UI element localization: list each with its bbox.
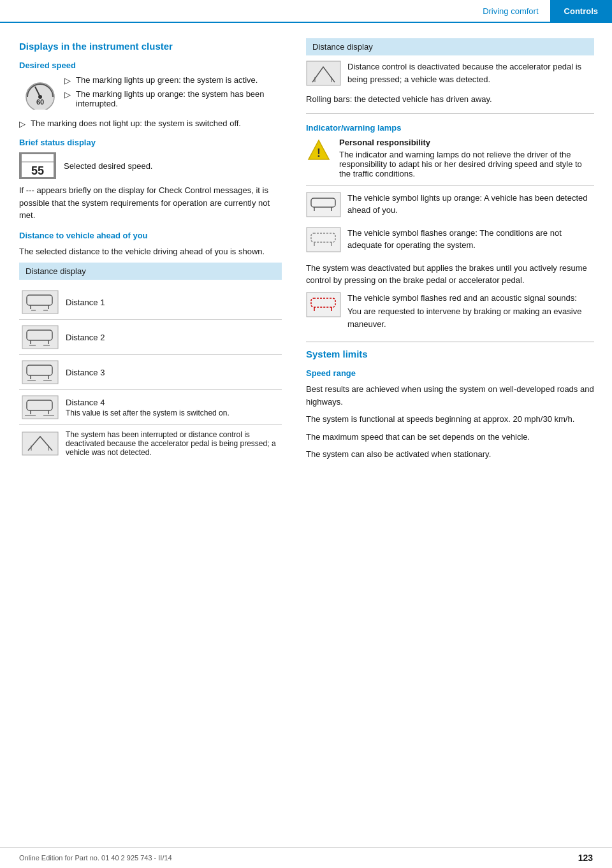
indicator-text-4: The vehicle symbol flashes red and an ac…: [347, 292, 594, 305]
distance-display-label: Distance display: [26, 266, 86, 276]
speed-range-text1: Best results are achieved when using the…: [306, 383, 594, 408]
indicator-row-3: The vehicle symbol flashes red and an ac…: [306, 292, 594, 336]
left-column: Displays in the instrument cluster Desir…: [0, 38, 300, 466]
distance-vehicle-title: Distance to vehicle ahead of you: [19, 231, 282, 240]
indicator-icon-2: [306, 227, 347, 254]
distance-row-4: Distance 4 This value is set after the s…: [19, 390, 282, 425]
desired-speed-title: Desired speed: [19, 61, 282, 70]
desired-speed-bullet1: ▷ The marking lights up green: the syste…: [64, 75, 282, 85]
warning-triangle-icon: !: [306, 138, 334, 165]
indicator-text-1: The vehicle symbol lights up orange: A v…: [347, 192, 594, 217]
distance-vehicle-desc: The selected distance to the vehicle dri…: [19, 245, 282, 258]
speed-display-box: 55 Selected desired speed.: [19, 152, 282, 179]
bullet-arrow-2: ▷: [64, 90, 71, 99]
distance-icon-2: [19, 325, 61, 349]
distance-1-label: Distance 1: [61, 298, 282, 307]
header-controls: Controls: [550, 0, 612, 22]
distance-display-label-box: Distance display: [19, 263, 282, 280]
brief-note: If --- appears briefly on the display fo…: [19, 184, 282, 222]
indicator-text-2: The vehicle symbol flashes orange: The c…: [347, 227, 594, 252]
bullet-arrow-3: ▷: [19, 119, 26, 129]
speedometer-icon: 60: [19, 75, 61, 110]
footer-text: Online Edition for Part no. 01 40 2 925 …: [19, 854, 172, 862]
right-distance-text-block: Distance control is deactivated because …: [347, 61, 594, 88]
right-distance-display-box: Distance display: [306, 38, 594, 55]
right-distance-icon-row: Distance control is deactivated because …: [306, 61, 594, 88]
warning-box: ! Personal responsibility The indicator …: [306, 138, 594, 178]
distance-4-sub: This value is set after the system is sw…: [66, 409, 282, 417]
speed-range-title: Speed range: [306, 368, 594, 378]
distance-row-3: Distance 3: [19, 355, 282, 390]
header-driving-comfort: Driving comfort: [471, 0, 550, 22]
distance-icon-5: [19, 431, 61, 456]
svg-rect-34: [307, 61, 340, 85]
speed-range-text2: The system is functional at speeds begin…: [306, 413, 594, 426]
indicator-text-3: The system was deactivated but applies t…: [306, 262, 594, 287]
divider-1: [306, 113, 594, 114]
distance-5-label: The system has been interrupted or dista…: [61, 430, 282, 457]
right-distance-icon: [306, 61, 347, 88]
speed-range-text3: The maximum speed that can be set depend…: [306, 431, 594, 444]
footer-page: 123: [578, 853, 593, 863]
svg-text:!: !: [317, 147, 321, 159]
indicator-row-2: The vehicle symbol flashes orange: The c…: [306, 227, 594, 257]
page-header: Driving comfort Controls: [0, 0, 612, 23]
warning-title: Personal responsibility: [339, 138, 594, 147]
svg-rect-31: [22, 432, 58, 455]
brief-status-title: Brief status display: [19, 138, 282, 147]
right-distance-text2: Rolling bars: the detected vehicle has d…: [306, 93, 594, 106]
divider-2: [306, 185, 594, 185]
distance-4-text: Distance 4 This value is set after the s…: [61, 398, 282, 417]
main-content: Displays in the instrument cluster Desir…: [0, 23, 612, 466]
indicator-text-5: You are requested to intervene by brakin…: [347, 305, 594, 330]
distance-icon-3: [19, 360, 61, 384]
distance-row-2: Distance 2: [19, 320, 282, 355]
divider-3: [306, 342, 594, 342]
page-footer: Online Edition for Part no. 01 40 2 925 …: [0, 847, 612, 868]
brief-status-desc: Selected desired speed.: [64, 161, 152, 171]
distance-3-label: Distance 3: [61, 368, 282, 377]
distance-4-label: Distance 4: [66, 398, 282, 407]
svg-text:55: 55: [31, 164, 44, 177]
desired-speed-bullet3: ▷ The marking does not light up: the sys…: [19, 119, 282, 129]
distance-row-5: The system has been interrupted or dista…: [19, 425, 282, 462]
right-distance-label: Distance display: [312, 42, 373, 52]
right-distance-text1: Distance control is deactivated because …: [347, 61, 594, 85]
speed-range-text4: The system can also be activated when st…: [306, 448, 594, 461]
desired-speed-bullet2: ▷ The marking lights up orange: the syst…: [64, 89, 282, 108]
speed-indicator: 55: [19, 152, 56, 179]
right-column: Distance display Distance control is dea…: [300, 38, 612, 466]
warning-text-block: Personal responsibility The indicator an…: [339, 138, 594, 178]
distance-icon-4: [19, 395, 61, 419]
indicator-warning-title: Indicator/warning lamps: [306, 123, 594, 133]
distance-icon-1: [19, 290, 61, 314]
warning-text: The indicator and warning lamps do not r…: [339, 150, 582, 178]
svg-text:60: 60: [36, 98, 43, 106]
section-title: Displays in the instrument cluster: [19, 41, 282, 52]
distance-table: Distance 1 Distance 2: [19, 285, 282, 462]
bullet-arrow-1: ▷: [64, 76, 71, 85]
indicator-row-1: The vehicle symbol lights up orange: A v…: [306, 192, 594, 222]
distance-2-label: Distance 2: [61, 333, 282, 342]
indicator-text-block-3: The vehicle symbol flashes red and an ac…: [347, 292, 594, 336]
indicator-icon-1: [306, 192, 347, 219]
indicator-icon-3: [306, 292, 347, 319]
system-limits-title: System limits: [306, 349, 594, 359]
distance-row-1: Distance 1: [19, 285, 282, 320]
